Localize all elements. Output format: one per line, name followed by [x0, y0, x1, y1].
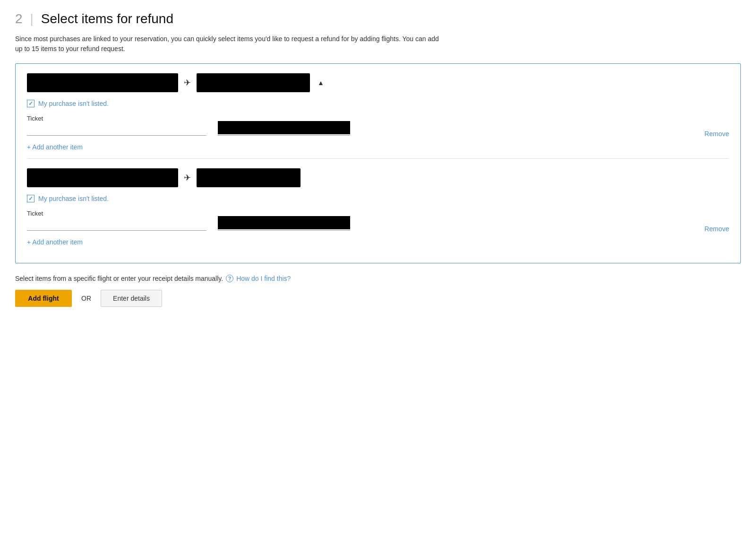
action-row: Add flight OR Enter details: [15, 290, 741, 307]
ticket-label-1: Ticket: [27, 115, 206, 122]
purchase-not-listed-checkbox-1[interactable]: [27, 100, 34, 107]
ticket-label-2: Ticket: [27, 210, 206, 217]
add-another-item-link-2[interactable]: + Add another item: [27, 238, 83, 246]
flight-route-1: ✈ ▲: [27, 73, 729, 92]
bottom-description-text: Select items from a specific flight or e…: [15, 275, 223, 282]
flights-container: ✈ ▲ My purchase isn't listed. Ticket Rem…: [15, 63, 741, 263]
value-block-1[interactable]: [218, 121, 350, 134]
value-block-2[interactable]: [218, 216, 350, 229]
value-field-2: [218, 216, 360, 231]
bottom-description: Select items from a specific flight or e…: [15, 275, 741, 282]
flight-origin-1[interactable]: [27, 73, 178, 92]
expand-icon-1[interactable]: ▲: [318, 79, 324, 87]
or-text: OR: [81, 295, 91, 302]
bottom-section: Select items from a specific flight or e…: [15, 275, 741, 307]
ticket-input-2[interactable]: [27, 219, 206, 231]
ticket-input-1[interactable]: [27, 124, 206, 136]
plane-icon-1: ✈: [184, 78, 191, 88]
flight-dest-1[interactable]: [197, 73, 310, 92]
add-item-row-2: + Add another item: [27, 238, 729, 246]
plane-icon-2: ✈: [184, 173, 191, 183]
items-row-2: Ticket: [27, 210, 360, 231]
add-item-row-1: + Add another item: [27, 143, 729, 151]
items-row-wrapper-2: Ticket Remove: [27, 210, 729, 235]
remove-link-2[interactable]: Remove: [704, 225, 729, 235]
flight-origin-2[interactable]: [27, 168, 178, 187]
page-description: Since most purchases are linked to your …: [15, 34, 440, 54]
remove-link-1[interactable]: Remove: [704, 130, 729, 139]
value-field-1: [218, 121, 360, 136]
purchase-check-row-2: My purchase isn't listed.: [27, 195, 729, 202]
items-row-wrapper-1: Ticket Remove: [27, 115, 729, 139]
add-flight-button[interactable]: Add flight: [15, 290, 72, 307]
step-number: 2: [15, 12, 23, 26]
purchase-not-listed-label-2[interactable]: My purchase isn't listed.: [38, 195, 109, 202]
enter-details-button[interactable]: Enter details: [101, 290, 162, 307]
flight-dest-2[interactable]: [197, 168, 301, 187]
ticket-field-2: Ticket: [27, 210, 206, 231]
purchase-not-listed-label-1[interactable]: My purchase isn't listed.: [38, 100, 109, 107]
flight-route-2: ✈: [27, 168, 729, 187]
purchase-not-listed-checkbox-2[interactable]: [27, 195, 34, 202]
flight-section-1: ✈ ▲ My purchase isn't listed. Ticket Rem…: [27, 73, 729, 158]
flight-section-2: ✈ My purchase isn't listed. Ticket Remov…: [27, 158, 729, 253]
step-separator: |: [30, 11, 34, 26]
how-to-find-link[interactable]: How do I find this?: [236, 275, 291, 282]
page-header: 2 | Select items for refund: [15, 11, 741, 26]
help-icon[interactable]: ?: [226, 275, 233, 282]
purchase-check-row-1: My purchase isn't listed.: [27, 100, 729, 107]
items-row-1: Ticket: [27, 115, 360, 136]
page-title: Select items for refund: [41, 11, 173, 26]
add-another-item-link-1[interactable]: + Add another item: [27, 143, 83, 151]
ticket-field-1: Ticket: [27, 115, 206, 136]
